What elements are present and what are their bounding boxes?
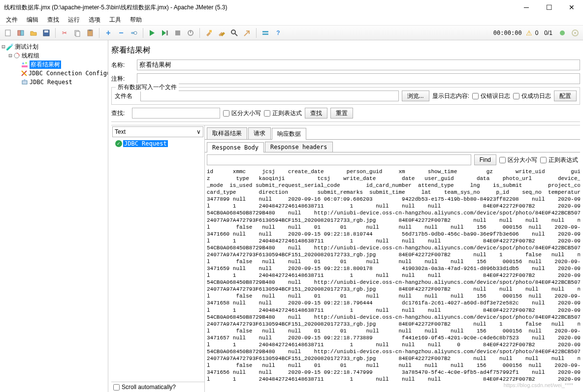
panel-title: 察看结果树 xyxy=(111,43,580,60)
results-tree-icon xyxy=(21,60,29,68)
tree-threadgroup[interactable]: ⊟ 线程组 xyxy=(1,51,107,60)
file-output-group: 所有数据写入一个文件 文件名 浏览... 显示日志内容: 仅错误日志 仅成功日志… xyxy=(111,87,580,105)
svg-rect-29 xyxy=(22,81,27,84)
copy-button[interactable] xyxy=(71,27,83,39)
result-list[interactable]: ✓ JDBC Request xyxy=(111,138,204,382)
remove-button[interactable]: − xyxy=(115,27,127,39)
file-input[interactable] xyxy=(140,90,399,101)
tab-sampler-result[interactable]: 取样器结果 xyxy=(207,127,247,139)
search-case-checkbox[interactable]: 区分大小写 xyxy=(223,109,261,118)
help-button[interactable]: ? xyxy=(272,27,284,39)
results-split: Text∨ ✓ JDBC Request Scroll automaticall… xyxy=(111,125,580,392)
svg-rect-6 xyxy=(76,31,80,36)
svg-point-22 xyxy=(574,32,576,34)
close-button[interactable]: ✕ xyxy=(560,0,583,15)
svg-rect-15 xyxy=(209,30,212,32)
find-button[interactable]: Find xyxy=(474,154,496,165)
response-subtabs: Response Body Response headers xyxy=(205,140,580,152)
subtab-response-headers[interactable]: Response headers xyxy=(265,142,333,152)
start-button[interactable] xyxy=(146,27,158,39)
find-case-checkbox[interactable]: 区分大小写 xyxy=(499,156,537,164)
search-label: 查找: xyxy=(111,109,129,118)
svg-rect-12 xyxy=(175,30,180,35)
menu-file[interactable]: 文件 xyxy=(2,15,22,25)
maximize-button[interactable]: ☐ xyxy=(538,0,560,15)
svg-point-25 xyxy=(22,62,24,64)
name-label: 名称: xyxy=(111,61,134,69)
comment-label: 注释: xyxy=(111,75,134,83)
svg-point-20 xyxy=(560,30,565,35)
titlebar: 线程组数据库.jmx (D:\apache-jmeter-5.3\bin\线程组… xyxy=(0,0,583,15)
svg-rect-11 xyxy=(166,30,168,35)
svg-rect-0 xyxy=(5,30,10,36)
clear-button[interactable] xyxy=(203,27,215,39)
window-title: 线程组数据库.jmx (D:\apache-jmeter-5.3\bin\线程组… xyxy=(4,3,227,12)
search-button-panel[interactable]: 查找 xyxy=(305,108,327,119)
warning-icon[interactable]: ⚠ xyxy=(526,29,532,37)
svg-rect-1 xyxy=(18,30,21,35)
menu-tools[interactable]: 工具 xyxy=(105,15,125,25)
menu-run[interactable]: 运行 xyxy=(64,15,84,25)
start-no-pause-button[interactable] xyxy=(159,27,171,39)
name-input[interactable] xyxy=(137,60,580,70)
minimize-button[interactable]: ─ xyxy=(515,0,538,15)
browse-button[interactable]: 浏览... xyxy=(402,90,429,101)
tab-response-data[interactable]: 响应数据 xyxy=(272,128,306,140)
response-body-text[interactable]: id xmmc jcsj create_date person_guid xm … xyxy=(205,167,580,392)
editor-panel: 察看结果树 名称: 注释: 所有数据写入一个文件 文件名 浏览... 显示日志内… xyxy=(108,40,583,392)
tree-jdbc-request[interactable]: JDBC Request xyxy=(1,78,107,87)
menu-help[interactable]: 帮助 xyxy=(126,15,146,25)
test-plan-tree[interactable]: ⊟🧪 测试计划 ⊟ 线程组 察看结果树 JDBC Connection Conf… xyxy=(0,40,108,392)
new-button[interactable] xyxy=(2,27,14,39)
main-area: ⊟🧪 测试计划 ⊟ 线程组 察看结果树 JDBC Connection Conf… xyxy=(0,40,583,392)
gc-icon[interactable] xyxy=(569,27,581,39)
search-regex-checkbox[interactable]: 正则表达式 xyxy=(264,109,302,118)
comment-input[interactable] xyxy=(137,73,580,84)
tree-root[interactable]: ⊟🧪 测试计划 xyxy=(1,42,107,51)
only-error-checkbox[interactable]: 仅错误日志 xyxy=(472,92,510,100)
svg-point-10 xyxy=(134,31,137,34)
paste-button[interactable] xyxy=(84,27,96,39)
result-tabs: 取样器结果 请求 响应数据 xyxy=(205,125,580,140)
shutdown-button[interactable] xyxy=(185,27,196,39)
templates-button[interactable] xyxy=(15,27,27,39)
config-icon xyxy=(21,69,28,77)
subtab-response-body[interactable]: Response Body xyxy=(207,142,264,152)
menu-options[interactable]: 选项 xyxy=(85,15,104,25)
success-icon: ✓ xyxy=(115,140,122,147)
find-input[interactable] xyxy=(207,154,471,165)
reset-search-button[interactable] xyxy=(241,27,253,39)
search-input[interactable] xyxy=(132,108,220,119)
renderer-combo[interactable]: Text∨ xyxy=(112,126,203,137)
sampler-icon xyxy=(21,78,29,86)
reset-button[interactable]: 重置 xyxy=(330,108,353,119)
add-button[interactable]: + xyxy=(102,27,114,39)
clear-all-button[interactable] xyxy=(216,27,227,39)
separator xyxy=(99,28,99,38)
tree-view-results[interactable]: 察看结果树 xyxy=(1,60,107,69)
open-button[interactable] xyxy=(28,27,39,39)
svg-rect-19 xyxy=(262,33,268,35)
warning-count: 0 xyxy=(533,30,541,36)
results-left-pane: Text∨ ✓ JDBC Request Scroll automaticall… xyxy=(111,125,205,392)
cut-button[interactable]: ✂ xyxy=(59,27,70,39)
function-helper-button[interactable] xyxy=(259,27,271,39)
svg-line-17 xyxy=(235,33,237,36)
find-regex-checkbox[interactable]: 正则表达式 xyxy=(540,156,578,164)
exec-indicator-icon xyxy=(556,27,568,39)
menu-edit[interactable]: 编辑 xyxy=(23,15,42,25)
separator xyxy=(256,28,257,38)
search-button[interactable] xyxy=(228,27,240,39)
tree-jdbc-connection[interactable]: JDBC Connection Configur xyxy=(1,69,107,78)
scroll-auto-checkbox[interactable]: Scroll automatically? xyxy=(111,382,204,392)
stop-button[interactable] xyxy=(172,27,184,39)
only-ok-checkbox[interactable]: 仅成功日志 xyxy=(513,92,551,100)
thread-ratio: 0/1 xyxy=(541,30,555,36)
save-button[interactable] xyxy=(40,27,52,39)
config-button[interactable]: 配置 xyxy=(554,90,577,101)
result-item[interactable]: ✓ JDBC Request xyxy=(112,139,203,148)
tab-request[interactable]: 请求 xyxy=(248,127,271,139)
menu-find[interactable]: 查找 xyxy=(43,15,63,25)
file-group-title: 所有数据写入一个文件 xyxy=(116,83,179,91)
toggle-button[interactable] xyxy=(128,27,140,39)
